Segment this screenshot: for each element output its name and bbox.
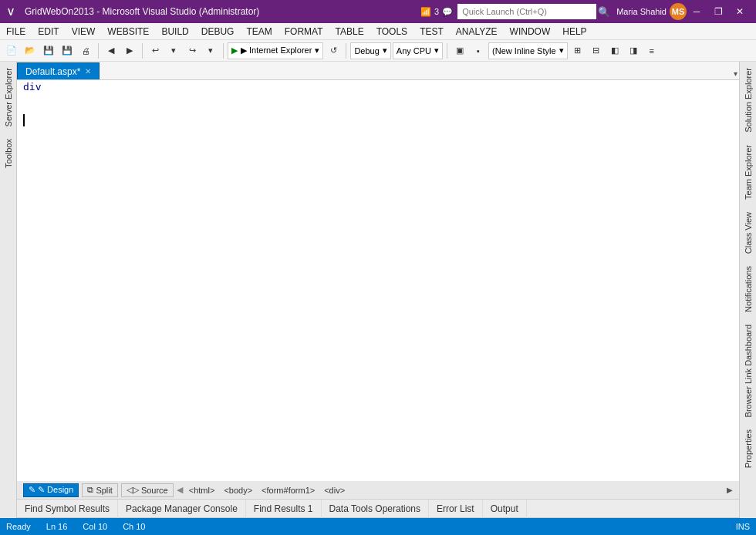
undo-dropdown[interactable]: ▾ (165, 42, 182, 59)
separator-1 (98, 43, 99, 59)
source-button[interactable]: ◁▷ Source (121, 483, 174, 497)
more-btn-1[interactable]: ◧ (606, 42, 623, 59)
menu-window[interactable]: WINDOW (504, 23, 557, 40)
title-bar: V GridWebOn2013 - Microsoft Visual Studi… (0, 0, 756, 23)
design-button[interactable]: ✎ ✎ Design (23, 483, 79, 497)
tab-data-tools-operations[interactable]: Data Tools Operations (322, 500, 430, 518)
print-button[interactable]: 🖨 (77, 42, 94, 59)
status-ready: Ready (6, 522, 31, 531)
tab-find-results-1[interactable]: Find Results 1 (246, 500, 322, 518)
server-explorer-tab[interactable]: Server Explorer (2, 62, 15, 133)
design-icon: ✎ (29, 485, 35, 495)
window-controls: ─ ❐ ✕ (687, 4, 750, 19)
tab-package-manager-console[interactable]: Package Manager Console (118, 500, 246, 518)
breadcrumb-separator-left: ◀ (177, 485, 183, 495)
menu-help[interactable]: HELP (556, 23, 592, 40)
breadcrumb-scroll-right[interactable]: ▶ (727, 486, 733, 494)
quick-launch-input[interactable] (457, 4, 596, 19)
redo-button[interactable]: ↪ (184, 42, 201, 59)
config-label: Debug (354, 46, 379, 56)
user-area: Maria Shahid MS (616, 3, 687, 20)
browser-link-dashboard-tab[interactable]: Browser Link Dashboard (742, 318, 754, 423)
run-icon: ▶ (231, 45, 238, 56)
restore-button[interactable]: ❐ (708, 4, 728, 19)
save-button[interactable]: 💾 (40, 42, 57, 59)
menu-team[interactable]: TEAM (240, 23, 278, 40)
signal-icon: 📶 (420, 7, 431, 17)
tab-output[interactable]: Output (483, 500, 527, 518)
menu-edit[interactable]: EDIT (32, 23, 65, 40)
right-sidebar: Solution Explorer Team Explorer Class Vi… (739, 62, 756, 518)
platform-dropdown-icon: ▾ (434, 45, 439, 56)
breadcrumb-div[interactable]: <div> (321, 483, 348, 497)
more-btn-2[interactable]: ◨ (625, 42, 642, 59)
menu-tools[interactable]: TOOLS (370, 23, 413, 40)
open-file-button[interactable]: 📂 (22, 42, 39, 59)
tab-find-symbol-results[interactable]: Find Symbol Results (17, 500, 118, 518)
tab-error-list[interactable]: Error List (429, 500, 483, 518)
tab-scroll-icon[interactable]: ▾ (734, 69, 737, 78)
undo-button[interactable]: ↩ (147, 42, 164, 59)
editor-content[interactable]: div (17, 80, 739, 481)
notification-area: 📶 3 💬 (416, 6, 457, 18)
breadcrumb-body[interactable]: <body> (221, 483, 255, 497)
config-dropdown[interactable]: Debug ▾ (350, 42, 390, 59)
menu-bar: FILE EDIT VIEW WEBSITE BUILD DEBUG TEAM … (0, 23, 756, 40)
notifications-tab[interactable]: Notifications (742, 260, 754, 318)
split-icon: ⧉ (87, 485, 93, 495)
run-browser-dropdown[interactable]: ▶ ▶ Internet Explorer ▾ (228, 42, 323, 59)
user-avatar: MS (670, 3, 687, 20)
style-btn-3[interactable]: ⊟ (588, 42, 605, 59)
style-dropdown[interactable]: (New Inline Style ▾ (488, 42, 568, 59)
user-name: Maria Shahid (616, 7, 667, 16)
separator-3 (223, 43, 224, 59)
notification-count: 3 (434, 7, 439, 16)
breadcrumb-form[interactable]: <form#form1> (258, 483, 318, 497)
solution-explorer-tab[interactable]: Solution Explorer (742, 62, 754, 139)
menu-build[interactable]: BUILD (155, 23, 194, 40)
close-button[interactable]: ✕ (730, 4, 750, 19)
editor-area: Default.aspx* ✕ ▾ div ✎ ✎ Design ⧉ Split (17, 62, 739, 518)
minimize-button[interactable]: ─ (687, 4, 707, 19)
new-project-button[interactable]: 📄 (3, 42, 20, 59)
format-btn-1[interactable]: ▣ (451, 42, 468, 59)
nav-back-button[interactable]: ◀ (103, 42, 120, 59)
menu-table[interactable]: TABLE (329, 23, 370, 40)
refresh-button[interactable]: ↺ (325, 42, 342, 59)
tab-close-icon[interactable]: ✕ (85, 67, 91, 76)
format-btn-2[interactable]: ▪ (470, 42, 487, 59)
platform-dropdown[interactable]: Any CPU ▾ (393, 42, 443, 59)
main-area: Server Explorer Toolbox Default.aspx* ✕ … (0, 62, 756, 518)
class-view-tab[interactable]: Class View (742, 206, 754, 260)
style-btn-2[interactable]: ⊞ (569, 42, 586, 59)
chat-icon: 💬 (442, 7, 453, 17)
menu-format[interactable]: FORMAT (278, 23, 329, 40)
window-title: GridWebOn2013 - Microsoft Visual Studio … (25, 6, 416, 17)
menu-website[interactable]: WEBSITE (101, 23, 155, 40)
redo-dropdown[interactable]: ▾ (202, 42, 219, 59)
breadcrumb-html[interactable]: <html> (186, 483, 218, 497)
editor-inner: div (17, 80, 739, 481)
menu-analyze[interactable]: ANALYZE (450, 23, 504, 40)
tab-label: Default.aspx* (25, 66, 80, 77)
menu-file[interactable]: FILE (0, 23, 32, 40)
vs-logo: V (6, 5, 20, 19)
style-label: (New Inline Style (492, 46, 556, 56)
toolbar: 📄 📂 💾 💾 🖨 ◀ ▶ ↩ ▾ ↪ ▾ ▶ ▶ Internet Explo… (0, 40, 756, 62)
status-bar: Ready Ln 16 Col 10 Ch 10 INS (0, 518, 756, 535)
status-line: Ln 16 (46, 522, 68, 531)
menu-view[interactable]: VIEW (66, 23, 102, 40)
menu-test[interactable]: TEST (413, 23, 450, 40)
more-btn-3[interactable]: ≡ (643, 42, 660, 59)
save-all-button[interactable]: 💾 (59, 42, 76, 59)
team-explorer-tab[interactable]: Team Explorer (742, 139, 754, 206)
nav-forward-button[interactable]: ▶ (121, 42, 138, 59)
menu-debug[interactable]: DEBUG (195, 23, 241, 40)
toolbox-tab[interactable]: Toolbox (2, 133, 15, 174)
separator-4 (346, 43, 346, 59)
source-icon: ◁▷ (127, 485, 139, 495)
properties-tab[interactable]: Properties (742, 423, 754, 474)
editor-tab-default-aspx[interactable]: Default.aspx* ✕ (17, 62, 100, 79)
config-dropdown-icon: ▾ (383, 45, 387, 56)
split-button[interactable]: ⧉ Split (82, 483, 117, 497)
